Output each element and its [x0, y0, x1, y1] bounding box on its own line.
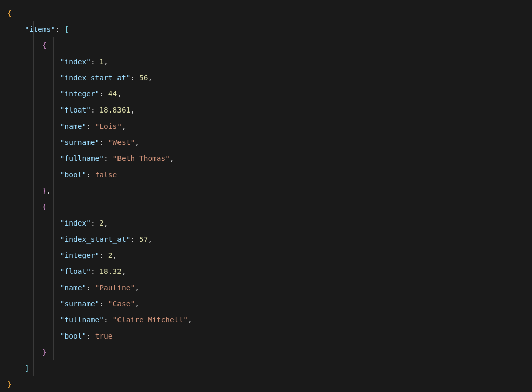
code-line: }	[7, 344, 532, 360]
json-number: 2	[99, 219, 104, 227]
json-key: "index_start_at"	[60, 74, 131, 82]
json-string: "Lois"	[95, 122, 122, 130]
comma: ,	[188, 316, 192, 324]
code-line: "name": "Lois",	[7, 118, 532, 134]
code-line: "name": "Pauline",	[7, 279, 532, 296]
json-key: "surname"	[60, 300, 100, 308]
json-key: "index"	[60, 219, 91, 227]
code-line: "index_start_at": 57,	[7, 231, 532, 247]
colon: :	[55, 25, 60, 33]
code-editor[interactable]: { "items": [ { "index": 1, "index_start_…	[0, 0, 532, 392]
code-line: "index_start_at": 56,	[7, 70, 532, 86]
code-line: "float": 18.32,	[7, 263, 532, 279]
comma: ,	[122, 122, 126, 130]
json-number: 56	[139, 74, 148, 82]
comma: ,	[170, 154, 174, 162]
indent-guide	[33, 360, 34, 376]
code-line: "float": 18.8361,	[7, 102, 532, 118]
comma: ,	[135, 300, 139, 308]
indent-guide	[53, 37, 54, 53]
json-key: "name"	[60, 122, 86, 130]
indent-guide	[53, 199, 54, 215]
json-key: "float"	[60, 106, 91, 114]
comma: ,	[148, 235, 152, 243]
code-line: "surname": "Case",	[7, 296, 532, 312]
json-key: "integer"	[60, 90, 100, 98]
colon: :	[91, 58, 95, 66]
json-key: "bool"	[60, 171, 86, 179]
colon: :	[99, 138, 104, 146]
code-line: "fullname": "Beth Thomas",	[7, 150, 532, 166]
json-key: "fullname"	[60, 316, 104, 324]
json-number: 18.32	[99, 267, 122, 275]
code-line: "bool": true	[7, 328, 532, 344]
colon: :	[99, 251, 104, 259]
json-number: 18.8361	[99, 106, 130, 114]
colon: :	[104, 316, 108, 324]
comma: ,	[47, 187, 51, 195]
json-number: 2	[108, 251, 113, 259]
bracket-open: [	[65, 25, 69, 33]
json-key: "items"	[25, 25, 55, 33]
colon: :	[104, 154, 108, 162]
code-line: "surname": "West",	[7, 134, 532, 150]
colon: :	[91, 106, 95, 114]
code-line: {	[7, 5, 532, 21]
json-number: 1	[99, 58, 104, 66]
json-key: "integer"	[60, 251, 100, 259]
json-number: 44	[108, 90, 117, 98]
code-line: "bool": false	[7, 166, 532, 183]
code-line: "items": [	[7, 21, 532, 37]
comma: ,	[122, 267, 126, 275]
colon: :	[130, 235, 135, 243]
colon: :	[99, 300, 104, 308]
colon: :	[99, 90, 104, 98]
brace-open: {	[42, 203, 47, 211]
json-key: "float"	[60, 267, 91, 275]
comma: ,	[113, 251, 117, 259]
colon: :	[86, 122, 91, 130]
colon: :	[86, 171, 91, 179]
json-string: "Pauline"	[95, 284, 135, 292]
code-line: {	[7, 199, 532, 215]
colon: :	[91, 267, 95, 275]
json-key: "bool"	[60, 332, 86, 340]
colon: :	[86, 284, 91, 292]
indent-guide	[53, 344, 54, 360]
json-string: "Claire Mitchell"	[113, 316, 188, 324]
code-line: "integer": 44,	[7, 86, 532, 102]
indent-guide	[53, 183, 54, 199]
comma: ,	[130, 106, 135, 114]
json-key: "index_start_at"	[60, 235, 131, 243]
comma: ,	[148, 74, 152, 82]
colon: :	[91, 219, 95, 227]
code-line: {	[7, 37, 532, 53]
code-line: "integer": 2,	[7, 247, 532, 263]
brace-close: }	[42, 348, 47, 356]
colon: :	[130, 74, 135, 82]
code-line: }	[7, 376, 532, 392]
json-string: "Beth Thomas"	[113, 154, 170, 162]
json-key: "name"	[60, 284, 86, 292]
comma: ,	[135, 138, 139, 146]
code-line: "fullname": "Claire Mitchell",	[7, 312, 532, 328]
code-line: "index": 1,	[7, 53, 532, 70]
code-line: "index": 2,	[7, 215, 532, 231]
comma: ,	[104, 58, 108, 66]
colon: :	[86, 332, 91, 340]
comma: ,	[135, 284, 139, 292]
json-string: "Case"	[108, 300, 135, 308]
json-bool: false	[95, 171, 117, 179]
json-string: "West"	[108, 138, 135, 146]
json-key: "index"	[60, 58, 91, 66]
json-number: 57	[139, 235, 148, 243]
brace-close: }	[42, 187, 47, 195]
brace-open: {	[42, 41, 47, 49]
comma: ,	[104, 219, 108, 227]
brace-open: {	[7, 9, 12, 17]
bracket-close: ]	[25, 364, 29, 372]
code-line: },	[7, 183, 532, 199]
code-line: ]	[7, 360, 532, 376]
json-bool: true	[95, 332, 113, 340]
comma: ,	[117, 90, 122, 98]
